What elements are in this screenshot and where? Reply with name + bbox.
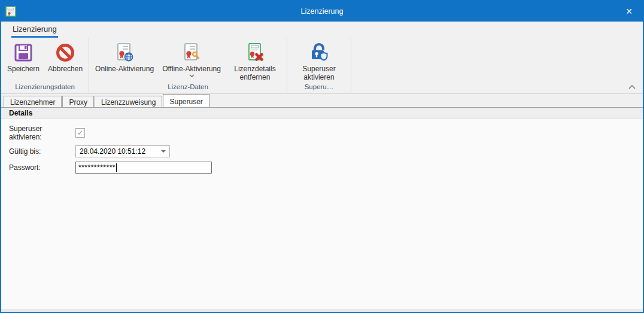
certificate-remove-icon bbox=[245, 42, 265, 63]
save-button[interactable]: Speichern bbox=[3, 39, 44, 83]
password-label: Passwort: bbox=[9, 163, 75, 172]
ribbon-tab-lizenzierung[interactable]: Lizenzierung bbox=[11, 22, 58, 38]
button-label: Lizenzdetails entfernen bbox=[229, 65, 281, 82]
button-label: Superuser aktivieren bbox=[293, 65, 345, 82]
footer-strip bbox=[1, 309, 643, 312]
password-masked-value: ************ bbox=[78, 163, 116, 172]
text-caret bbox=[116, 163, 117, 172]
group-caption: Lizenz-Daten bbox=[90, 83, 286, 93]
certificate-globe-icon bbox=[114, 42, 135, 63]
password-input[interactable]: ************ bbox=[75, 162, 212, 174]
ribbon-group-superuser: Superuser aktivieren Superu… bbox=[287, 38, 351, 93]
certificate-key-icon bbox=[181, 42, 202, 63]
check-icon: ✓ bbox=[77, 129, 83, 137]
tab-superuser[interactable]: Superuser bbox=[163, 94, 209, 107]
ribbon: Lizenzierung Speichern bbox=[1, 22, 643, 94]
form-row-gueltig-bis: Gültig bis: 28.04.2020 10:51:12 bbox=[9, 145, 643, 157]
valid-until-label: Gültig bis: bbox=[9, 147, 75, 156]
cancel-button[interactable]: Abbrechen bbox=[44, 39, 87, 83]
close-icon: ✕ bbox=[625, 7, 633, 16]
ribbon-tab-row: Lizenzierung bbox=[1, 22, 643, 38]
page-tabstrip: Lizenznehmer Proxy Lizenzzuweisung Super… bbox=[1, 94, 643, 108]
tab-content-superuser: Details Superuser aktivieren: ✓ Gültig b… bbox=[1, 108, 643, 312]
close-button[interactable]: ✕ bbox=[615, 1, 643, 22]
activate-superuser-button[interactable]: Superuser aktivieren bbox=[289, 39, 349, 83]
group-caption: Lizenzierungsdaten bbox=[2, 83, 88, 93]
cancel-icon bbox=[55, 42, 75, 63]
details-section-header: Details bbox=[1, 108, 643, 119]
window-title: Lizenzierung bbox=[1, 7, 643, 16]
superuser-form: Superuser aktivieren: ✓ Gültig bis: 28.0… bbox=[1, 119, 643, 309]
group-caption: Superu… bbox=[288, 83, 350, 93]
licensing-dialog: Lizenzierung ✕ Lizenzierung bbox=[0, 0, 644, 313]
form-row-passwort: Passwort: ************ bbox=[9, 162, 643, 174]
offline-activation-button[interactable]: Offline-Aktivierung bbox=[158, 39, 225, 83]
lock-shield-icon bbox=[309, 42, 329, 63]
form-row-superuser-aktivieren: Superuser aktivieren: ✓ bbox=[9, 124, 643, 141]
superuser-activate-checkbox[interactable]: ✓ bbox=[75, 128, 85, 138]
collapse-ribbon-icon[interactable] bbox=[628, 85, 636, 89]
ribbon-body: Speichern Abbrechen Lizenzierungsdaten bbox=[1, 38, 643, 94]
valid-until-value: 28.04.2020 10:51:12 bbox=[80, 147, 161, 156]
button-label: Online-Aktivierung bbox=[95, 65, 154, 73]
tab-lizenznehmer[interactable]: Lizenznehmer bbox=[4, 96, 62, 107]
floppy-disk-icon bbox=[13, 42, 34, 63]
ribbon-group-lizenzierungsdaten: Speichern Abbrechen Lizenzierungsdaten bbox=[1, 38, 89, 93]
valid-until-datetime-picker[interactable]: 28.04.2020 10:51:12 bbox=[75, 145, 170, 157]
button-label: Offline-Aktivierung bbox=[162, 65, 221, 73]
remove-license-details-button[interactable]: Lizenzdetails entfernen bbox=[225, 39, 285, 83]
chevron-down-icon bbox=[189, 74, 195, 77]
ribbon-group-lizenz-daten: Online-Aktivierung bbox=[89, 38, 287, 93]
button-label: Speichern bbox=[7, 65, 40, 73]
tab-lizenzzuweisung[interactable]: Lizenzzuweisung bbox=[95, 96, 162, 107]
tab-proxy[interactable]: Proxy bbox=[62, 96, 94, 107]
online-activation-button[interactable]: Online-Aktivierung bbox=[91, 39, 158, 83]
dropdown-arrow-icon bbox=[161, 150, 166, 153]
superuser-activate-label: Superuser aktivieren: bbox=[9, 124, 75, 141]
titlebar: Lizenzierung ✕ bbox=[1, 1, 643, 22]
button-label: Abbrechen bbox=[48, 65, 83, 73]
